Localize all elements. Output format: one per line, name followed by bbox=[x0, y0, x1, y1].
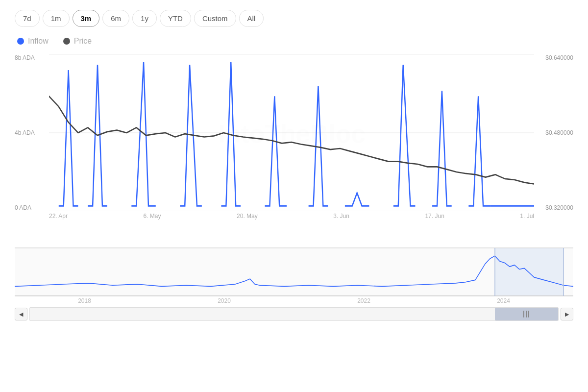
scrollbar-area: ◀ ▶ bbox=[15, 307, 573, 321]
y-right-top: $0.640000 bbox=[545, 54, 573, 61]
x-label-0: 22. Apr bbox=[49, 213, 68, 220]
chart-legend: Inflow Price bbox=[15, 37, 573, 46]
filter-ytd[interactable]: YTD bbox=[160, 10, 191, 27]
filter-1m[interactable]: 1m bbox=[43, 10, 70, 27]
grip-1 bbox=[523, 311, 524, 318]
y-right-bottom: $0.320000 bbox=[545, 204, 573, 211]
legend-price: Price bbox=[63, 37, 92, 46]
mini-x-0: 2018 bbox=[78, 297, 91, 304]
mini-chart-svg bbox=[15, 248, 573, 296]
scroll-left-btn[interactable]: ◀ bbox=[15, 308, 27, 320]
y-axis-right: $0.640000 $0.480000 $0.320000 bbox=[545, 54, 573, 221]
x-label-5: 1. Jul bbox=[520, 213, 534, 220]
inflow-dot bbox=[17, 38, 24, 45]
price-dot bbox=[63, 38, 70, 45]
filter-custom[interactable]: Custom bbox=[194, 10, 236, 27]
chart-svg-area: IntoTheBlock bbox=[49, 54, 534, 211]
grip-3 bbox=[528, 311, 529, 318]
filter-6m[interactable]: 6m bbox=[102, 10, 129, 27]
y-axis-left: 8b ADA 4b ADA 0 ADA bbox=[15, 54, 35, 221]
x-label-4: 17. Jun bbox=[425, 213, 444, 220]
x-label-1: 6. May bbox=[144, 213, 161, 220]
mini-chart[interactable] bbox=[15, 247, 573, 296]
legend-inflow: Inflow bbox=[17, 37, 49, 46]
filter-1y[interactable]: 1y bbox=[132, 10, 157, 27]
mini-x-2: 2022 bbox=[357, 297, 370, 304]
y-right-mid: $0.480000 bbox=[545, 129, 573, 136]
mini-x-axis: 2018 2020 2022 2024 bbox=[15, 296, 573, 305]
x-label-3: 3. Jun bbox=[333, 213, 349, 220]
main-chart-svg bbox=[49, 54, 534, 211]
filter-3m[interactable]: 3m bbox=[73, 10, 100, 27]
main-chart: 8b ADA 4b ADA 0 ADA $0.640000 $0.480000 … bbox=[15, 54, 573, 221]
svg-rect-6 bbox=[495, 248, 564, 296]
filter-all[interactable]: All bbox=[239, 10, 264, 27]
y-left-bottom: 0 ADA bbox=[15, 204, 35, 211]
mini-chart-section: 2018 2020 2022 2024 bbox=[15, 233, 573, 305]
price-label: Price bbox=[74, 37, 92, 46]
x-axis: 22. Apr 6. May 20. May 3. Jun 17. Jun 1.… bbox=[49, 211, 534, 221]
y-left-top: 8b ADA bbox=[15, 54, 35, 61]
grip-2 bbox=[526, 311, 527, 318]
mini-x-3: 2024 bbox=[497, 297, 510, 304]
scrollbar-track[interactable] bbox=[29, 307, 559, 321]
time-filter-bar: 7d 1m 3m 6m 1y YTD Custom All bbox=[15, 10, 573, 27]
inflow-label: Inflow bbox=[28, 37, 49, 46]
mini-x-1: 2020 bbox=[218, 297, 231, 304]
scrollbar-handle[interactable] bbox=[495, 308, 558, 320]
svg-rect-5 bbox=[15, 248, 573, 296]
scroll-right-btn[interactable]: ▶ bbox=[561, 308, 573, 320]
filter-7d[interactable]: 7d bbox=[15, 10, 40, 27]
x-label-2: 20. May bbox=[237, 213, 258, 220]
y-left-mid: 4b ADA bbox=[15, 129, 35, 136]
